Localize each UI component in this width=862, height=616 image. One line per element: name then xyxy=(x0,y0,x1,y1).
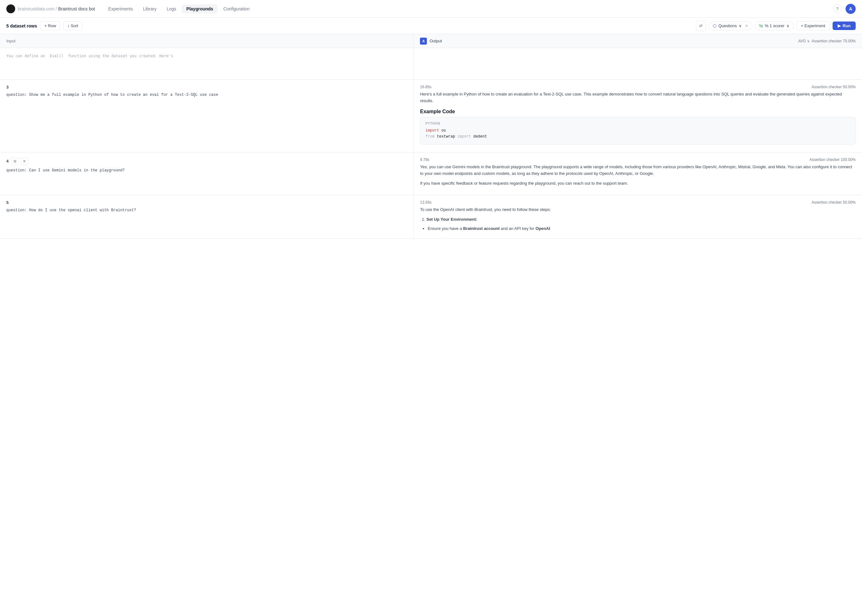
output-time-3: 16.85s Assertion checker 50.00% xyxy=(420,85,856,89)
help-icon: ? xyxy=(836,6,838,11)
output-para-4-1: Yes, you can use Gemini models in the Br… xyxy=(420,164,856,177)
toolbar: 5 dataset rows + Row ↕ Sort ⇄ ⬡ Question… xyxy=(0,18,862,34)
filter-icon: ⇄ xyxy=(699,24,703,28)
row-number-5: 5 xyxy=(6,200,407,205)
filter-button[interactable]: ⇄ xyxy=(696,21,706,31)
tab-logs[interactable]: Logs xyxy=(162,5,181,13)
run-button[interactable]: ▶ Run xyxy=(832,22,856,30)
table-row: 4 ⧉ ✕ question: Can I use Gemini models … xyxy=(0,152,862,195)
output-steps-5: Set Up Your Environment: xyxy=(426,216,856,223)
questions-pill-label: Questions xyxy=(718,24,737,28)
breadcrumb: braintrustdata.com / Braintrust docs bot xyxy=(18,6,95,11)
output-header-left: A Output xyxy=(420,38,442,45)
output-badge: A xyxy=(420,38,427,45)
output-score-5: Assertion checker 50.00% xyxy=(812,200,856,204)
output-intro-5: To use the OpenAI client with Braintrust… xyxy=(420,206,856,213)
input-cell: You can define an Eval() function using … xyxy=(0,48,414,79)
code-lang-3: PYTHON xyxy=(425,122,850,125)
output-heading-3: Example Code xyxy=(420,109,856,115)
questions-pill-close[interactable]: ✕ xyxy=(745,24,748,28)
input-text-4: question: Can I use Gemini models in the… xyxy=(6,168,407,173)
scorer-pill-chevron: ∨ xyxy=(787,24,790,28)
tab-library[interactable]: Library xyxy=(138,5,161,13)
avatar[interactable]: A xyxy=(846,4,856,14)
code-line-1: import os xyxy=(425,128,850,134)
scorer-pill[interactable]: % % 1 scorer ∨ xyxy=(755,22,794,30)
table-row: 3 question: Show me a full example in Py… xyxy=(0,80,862,152)
avg-button[interactable]: AVG ∨ xyxy=(798,39,810,43)
avg-chevron-icon: ∨ xyxy=(807,39,810,43)
input-header-label: Input xyxy=(6,39,16,43)
avg-label-text: AVG xyxy=(798,39,806,43)
assertion-summary: Assertion checker 70.00% xyxy=(812,39,856,43)
output-intro-3: Here's a full example in Python of how t… xyxy=(420,91,856,104)
step-label: Set Up Your Environment: xyxy=(426,217,477,222)
input-cell: 3 question: Show me a full example in Py… xyxy=(0,80,414,152)
output-time-5: 13.93s Assertion checker 50.00% xyxy=(420,200,856,204)
delete-row-button[interactable]: ✕ xyxy=(20,157,28,165)
toolbar-right: ⇄ ⬡ Questions ∨ ✕ % % 1 scorer ∨ + Exper… xyxy=(696,21,856,31)
add-row-label: + Row xyxy=(44,24,56,28)
rows-container: You can define an Eval() function using … xyxy=(0,48,862,616)
tab-configuration[interactable]: Configuration xyxy=(219,5,254,13)
close-icon: ✕ xyxy=(23,159,26,163)
app-logo xyxy=(6,5,15,13)
run-label: Run xyxy=(843,24,851,28)
output-time-4: 9.78s Assertion checker 100.00% xyxy=(420,157,856,162)
sort-button[interactable]: ↕ Sort xyxy=(63,21,82,30)
tab-experiments[interactable]: Experiments xyxy=(104,5,137,13)
row-number-3: 3 xyxy=(6,85,407,90)
row-actions-4: ⧉ ✕ xyxy=(11,157,28,165)
output-cell: 16.85s Assertion checker 50.00% Here's a… xyxy=(414,80,862,152)
output-score-3: Assertion checker 50.00% xyxy=(812,85,856,89)
navbar: braintrustdata.com / Braintrust docs bot… xyxy=(0,0,862,18)
input-cell: 4 ⧉ ✕ question: Can I use Gemini models … xyxy=(0,152,414,195)
questions-pill[interactable]: ⬡ Questions ∨ ✕ xyxy=(709,22,752,30)
copy-row-button[interactable]: ⧉ xyxy=(11,157,19,165)
input-text-5: question: How do I use the openai client… xyxy=(6,207,407,213)
copy-icon: ⧉ xyxy=(14,159,16,163)
output-cell: 9.78s Assertion checker 100.00% Yes, you… xyxy=(414,152,862,195)
toolbar-left: 5 dataset rows + Row ↕ Sort xyxy=(6,21,82,30)
nav-right: ? A xyxy=(833,4,856,14)
questions-pill-chevron: ∨ xyxy=(739,24,742,28)
main-content: Input A Output AVG ∨ Assertion checker 7… xyxy=(0,34,862,616)
experiment-label: + Experiment xyxy=(801,24,825,28)
column-headers: Input A Output AVG ∨ Assertion checker 7… xyxy=(0,34,862,48)
help-button[interactable]: ? xyxy=(833,5,842,13)
partial-input-text: You can define an Eval() function using … xyxy=(6,53,407,59)
nav-tabs: Experiments Library Logs Playgrounds Con… xyxy=(104,5,254,13)
list-item: Ensure you have a Braintrust account and… xyxy=(427,225,856,232)
table-row: You can define an Eval() function using … xyxy=(0,48,862,80)
questions-pill-icon: ⬡ xyxy=(713,24,716,28)
scorer-pill-icon: % xyxy=(759,24,763,28)
code-block-3: PYTHON import os from textwrap import de… xyxy=(420,117,856,145)
output-cell xyxy=(414,48,862,79)
input-column-header: Input xyxy=(0,34,414,48)
output-column-header: A Output AVG ∨ Assertion checker 70.00% xyxy=(414,34,862,48)
row-number-4: 4 ⧉ ✕ xyxy=(6,157,407,165)
dataset-rows-count: 5 dataset rows xyxy=(6,24,37,28)
output-score-4: Assertion checker 100.00% xyxy=(810,157,856,162)
output-header-right: AVG ∨ Assertion checker 70.00% xyxy=(798,39,856,43)
run-icon: ▶ xyxy=(838,24,841,28)
input-text-3: question: Show me a full example in Pyth… xyxy=(6,92,407,98)
add-row-button[interactable]: + Row xyxy=(40,21,60,30)
output-cell: 13.93s Assertion checker 50.00% To use t… xyxy=(414,195,862,238)
table-row: 5 question: How do I use the openai clie… xyxy=(0,195,862,239)
code-line-2: from textwrap import dedent xyxy=(425,134,850,140)
output-para-4-2: If you have specific feedback or feature… xyxy=(420,180,856,187)
tab-playgrounds[interactable]: Playgrounds xyxy=(182,5,218,13)
output-bullets-5: Ensure you have a Braintrust account and… xyxy=(427,225,856,232)
list-item: Set Up Your Environment: xyxy=(426,216,856,223)
scorer-pill-label: % 1 scorer xyxy=(765,24,785,28)
add-experiment-button[interactable]: + Experiment xyxy=(796,21,830,30)
output-header-label: Output xyxy=(429,39,442,43)
input-cell: 5 question: How do I use the openai clie… xyxy=(0,195,414,238)
sort-label: ↕ Sort xyxy=(68,24,78,28)
